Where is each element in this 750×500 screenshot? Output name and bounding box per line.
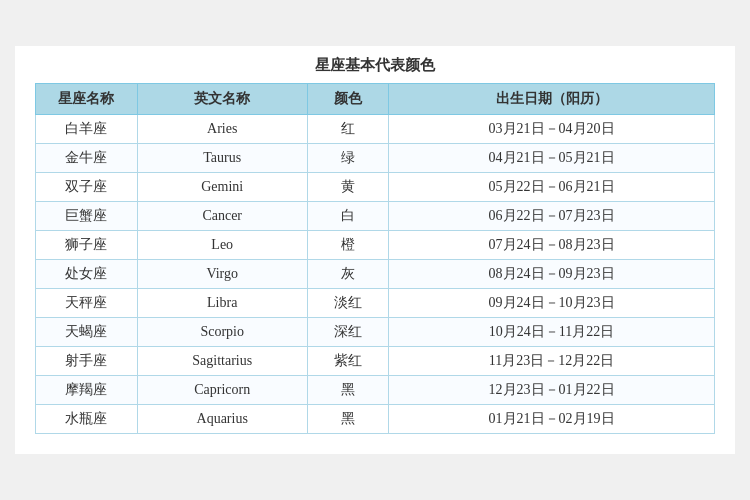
cell-date: 10月24日－11月22日 — [389, 318, 715, 347]
cell-color: 黑 — [307, 405, 388, 434]
cell-color: 红 — [307, 115, 388, 144]
cell-zh-name: 摩羯座 — [36, 376, 138, 405]
cell-color: 白 — [307, 202, 388, 231]
cell-en-name: Taurus — [137, 144, 307, 173]
cell-color: 橙 — [307, 231, 388, 260]
cell-date: 09月24日－10月23日 — [389, 289, 715, 318]
cell-date: 12月23日－01月22日 — [389, 376, 715, 405]
cell-color: 深红 — [307, 318, 388, 347]
cell-en-name: Aries — [137, 115, 307, 144]
cell-zh-name: 白羊座 — [36, 115, 138, 144]
cell-date: 07月24日－08月23日 — [389, 231, 715, 260]
table-row: 天秤座Libra淡红09月24日－10月23日 — [36, 289, 715, 318]
table-row: 双子座Gemini黄05月22日－06月21日 — [36, 173, 715, 202]
table-row: 白羊座Aries红03月21日－04月20日 — [36, 115, 715, 144]
cell-zh-name: 水瓶座 — [36, 405, 138, 434]
cell-en-name: Cancer — [137, 202, 307, 231]
header-color: 颜色 — [307, 84, 388, 115]
table-row: 狮子座Leo橙07月24日－08月23日 — [36, 231, 715, 260]
table-row: 水瓶座Aquarius黑01月21日－02月19日 — [36, 405, 715, 434]
header-date: 出生日期（阳历） — [389, 84, 715, 115]
cell-date: 11月23日－12月22日 — [389, 347, 715, 376]
table-row: 巨蟹座Cancer白06月22日－07月23日 — [36, 202, 715, 231]
cell-color: 紫红 — [307, 347, 388, 376]
cell-en-name: Gemini — [137, 173, 307, 202]
table-row: 摩羯座Capricorn黑12月23日－01月22日 — [36, 376, 715, 405]
cell-zh-name: 天蝎座 — [36, 318, 138, 347]
cell-en-name: Aquarius — [137, 405, 307, 434]
cell-color: 灰 — [307, 260, 388, 289]
cell-en-name: Capricorn — [137, 376, 307, 405]
cell-date: 03月21日－04月20日 — [389, 115, 715, 144]
table-header-row: 星座名称 英文名称 颜色 出生日期（阳历） — [36, 84, 715, 115]
header-en-name: 英文名称 — [137, 84, 307, 115]
page-title: 星座基本代表颜色 — [35, 56, 715, 75]
cell-en-name: Virgo — [137, 260, 307, 289]
cell-date: 01月21日－02月19日 — [389, 405, 715, 434]
table-row: 金牛座Taurus绿04月21日－05月21日 — [36, 144, 715, 173]
cell-color: 淡红 — [307, 289, 388, 318]
cell-en-name: Leo — [137, 231, 307, 260]
cell-zh-name: 金牛座 — [36, 144, 138, 173]
cell-zh-name: 射手座 — [36, 347, 138, 376]
cell-zh-name: 双子座 — [36, 173, 138, 202]
cell-en-name: Libra — [137, 289, 307, 318]
zodiac-table: 星座名称 英文名称 颜色 出生日期（阳历） 白羊座Aries红03月21日－04… — [35, 83, 715, 434]
cell-date: 05月22日－06月21日 — [389, 173, 715, 202]
cell-en-name: Sagittarius — [137, 347, 307, 376]
main-container: 星座基本代表颜色 星座名称 英文名称 颜色 出生日期（阳历） 白羊座Aries红… — [15, 46, 735, 454]
cell-zh-name: 狮子座 — [36, 231, 138, 260]
cell-en-name: Scorpio — [137, 318, 307, 347]
cell-color: 黄 — [307, 173, 388, 202]
cell-zh-name: 处女座 — [36, 260, 138, 289]
cell-zh-name: 巨蟹座 — [36, 202, 138, 231]
table-body: 白羊座Aries红03月21日－04月20日金牛座Taurus绿04月21日－0… — [36, 115, 715, 434]
table-row: 天蝎座Scorpio深红10月24日－11月22日 — [36, 318, 715, 347]
cell-date: 04月21日－05月21日 — [389, 144, 715, 173]
cell-zh-name: 天秤座 — [36, 289, 138, 318]
cell-color: 绿 — [307, 144, 388, 173]
cell-date: 08月24日－09月23日 — [389, 260, 715, 289]
table-row: 处女座Virgo灰08月24日－09月23日 — [36, 260, 715, 289]
header-zh-name: 星座名称 — [36, 84, 138, 115]
cell-date: 06月22日－07月23日 — [389, 202, 715, 231]
cell-color: 黑 — [307, 376, 388, 405]
table-row: 射手座Sagittarius紫红11月23日－12月22日 — [36, 347, 715, 376]
